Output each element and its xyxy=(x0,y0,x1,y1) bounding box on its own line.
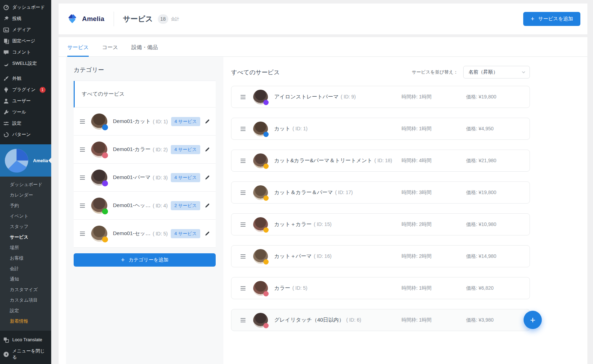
plus-icon: + xyxy=(121,257,125,263)
edit-pencil-icon[interactable] xyxy=(204,147,210,152)
submenu-item-customers[interactable]: お客様 xyxy=(0,253,51,263)
amelia-brand: Amelia xyxy=(66,13,105,25)
tab-resources[interactable]: 設備・備品 xyxy=(132,44,158,56)
service-card[interactable]: アイロンストレートパーマ( ID: 9) 時間枠: 1時間 価格: ¥19,80… xyxy=(231,86,530,108)
submenu-item-customize[interactable]: カスタマイズ xyxy=(0,284,51,295)
drag-handle-icon[interactable] xyxy=(240,126,246,131)
drag-handle-icon[interactable] xyxy=(79,119,86,124)
category-row[interactable]: Demo01-ヘッ… ( ID: 4) 2 サービス xyxy=(74,192,216,220)
category-row[interactable]: Demo01-パーマ ( ID: 3) 4 サービス xyxy=(74,164,216,192)
sidebar-item-appearance[interactable]: 外観 xyxy=(0,73,51,84)
services-page-card: サービス コース 設備・備品 カテゴリー すべてのサービス Demo01-カット… xyxy=(59,37,587,364)
sliders-icon xyxy=(3,121,9,126)
service-card[interactable]: グレイリタッチ（40日以内）( ID: 6) 時間枠: 1時間 価格: ¥3,9… xyxy=(231,309,530,331)
sidebar-item-tools[interactable]: ツール xyxy=(0,107,51,118)
edit-pencil-icon[interactable] xyxy=(204,231,210,236)
drag-handle-icon[interactable] xyxy=(79,175,86,180)
service-card[interactable]: カット( ID: 1) 時間枠: 1時間 価格: ¥4,950 xyxy=(231,118,530,140)
service-card[interactable]: カット&カラー&パーマ＆トリートメント( ID: 18) 時間枠: 4時間 価格… xyxy=(231,150,530,172)
submenu-item-staff[interactable]: スタッフ xyxy=(0,221,51,232)
sidebar-item-comments[interactable]: コメント xyxy=(0,47,51,58)
amelia-submenu: ダッシュボード カレンダー 予約 イベント スタッフ サービス 場所 お客様 会… xyxy=(0,177,51,331)
service-card[interactable]: カット＋カラー( ID: 15) 時間枠: 2時間 価格: ¥10,980 xyxy=(231,213,530,235)
service-name: アイロンストレートパーマ xyxy=(274,94,339,100)
submenu-item-whats-new[interactable]: 新着情報 xyxy=(0,316,51,327)
category-service-count-badge: 2 サービス xyxy=(171,201,200,210)
submenu-item-dashboard[interactable]: ダッシュボード xyxy=(0,179,51,190)
drag-handle-icon[interactable] xyxy=(79,203,86,208)
drag-handle-icon[interactable] xyxy=(240,158,246,163)
pin-icon xyxy=(3,16,9,22)
sidebar-item-label: SWELL設定 xyxy=(12,60,37,67)
category-avatar xyxy=(91,198,107,214)
sort-select[interactable]: 名前（昇順） xyxy=(463,66,530,78)
service-name: カット&カラー&パーマ＆トリートメント xyxy=(274,157,372,164)
submenu-item-events[interactable]: イベント xyxy=(0,211,51,221)
add-service-button[interactable]: + サービスを追加 xyxy=(523,12,580,26)
service-avatar xyxy=(253,313,268,328)
sidebar-item-plugins[interactable]: プラグイン 1 xyxy=(0,84,51,95)
sidebar-item-swell-settings[interactable]: SWELL設定 xyxy=(0,58,51,69)
tab-bar: サービス コース 設備・備品 xyxy=(59,37,587,57)
edit-pencil-icon[interactable] xyxy=(204,119,210,124)
category-service-count-badge: 4 サービス xyxy=(171,173,200,182)
sidebar-item-label: ツール xyxy=(12,109,26,115)
sidebar-item-posts[interactable]: 投稿 xyxy=(0,13,51,24)
tab-services[interactable]: サービス xyxy=(67,44,89,57)
tab-packages[interactable]: コース xyxy=(102,44,118,56)
submenu-item-locations[interactable]: 場所 xyxy=(0,242,51,253)
service-price: 価格: ¥19,800 xyxy=(466,94,521,100)
sidebar-item-label: 投稿 xyxy=(12,15,21,22)
sidebar-item-dashboard[interactable]: ダッシュボード xyxy=(0,2,51,13)
service-name-group: カット＋カラー( ID: 15) xyxy=(274,221,402,228)
sidebar-item-media[interactable]: メディア xyxy=(0,24,51,35)
drag-handle-icon[interactable] xyxy=(240,95,246,99)
service-duration: 時間枠: 2時間 xyxy=(402,253,466,260)
category-row[interactable]: Demo01-カラー ( ID: 2) 4 サービス xyxy=(74,136,216,164)
category-row[interactable]: Demo01-カット ( ID: 1) 4 サービス xyxy=(74,108,216,136)
category-id: ( ID: 2) xyxy=(153,147,168,152)
category-service-count-badge: 4 サービス xyxy=(171,117,201,126)
sidebar-item-loco-translate[interactable]: Loco Translate xyxy=(0,334,51,345)
add-category-button[interactable]: + カテゴリーを追加 xyxy=(74,253,216,267)
drag-handle-icon[interactable] xyxy=(240,286,246,291)
sidebar-item-collapse-menu[interactable]: メニューを閉じる xyxy=(0,345,51,363)
floating-add-service-button[interactable]: + xyxy=(524,311,542,329)
service-color-dot xyxy=(263,100,269,105)
category-row[interactable]: Demo01-セッ… ( ID: 5) 4 サービス xyxy=(74,220,216,248)
service-id: ( ID: 1) xyxy=(292,126,308,131)
sidebar-item-settings[interactable]: 設定 xyxy=(0,118,51,129)
service-name: カット＋パーマ xyxy=(274,253,312,260)
edit-pencil-icon[interactable] xyxy=(204,175,210,180)
sidebar-item-patterns[interactable]: パターン xyxy=(0,129,51,140)
drag-handle-icon[interactable] xyxy=(79,147,86,152)
sidebar-item-users[interactable]: ユーザー xyxy=(0,95,51,107)
edit-pencil-icon[interactable] xyxy=(204,203,210,208)
drag-handle-icon[interactable] xyxy=(240,318,246,323)
submenu-item-settings[interactable]: 設定 xyxy=(0,305,51,316)
sidebar-item-pages[interactable]: 固定ページ xyxy=(0,35,51,47)
drag-handle-icon[interactable] xyxy=(240,222,246,227)
service-color-dot xyxy=(263,132,269,137)
submenu-item-appointments[interactable]: 予約 xyxy=(0,200,51,211)
dashboard-icon xyxy=(3,5,9,11)
submenu-item-custom-fields[interactable]: カスタム項目 xyxy=(0,295,51,305)
submenu-item-finance[interactable]: 会計 xyxy=(0,263,51,274)
main-area: Amelia サービス 18 合計 + サービスを追加 サービス コース 設備・… xyxy=(51,0,593,364)
drag-handle-icon[interactable] xyxy=(240,190,246,195)
sidebar-item-amelia[interactable]: Amelia xyxy=(0,144,51,177)
submenu-item-calendar[interactable]: カレンダー xyxy=(0,190,51,200)
service-card[interactable]: カット＋パーマ( ID: 16) 時間枠: 2時間 価格: ¥14,980 xyxy=(231,245,530,267)
drag-handle-icon[interactable] xyxy=(240,254,246,259)
service-color-dot xyxy=(263,164,269,169)
service-name-group: カット＋パーマ( ID: 16) xyxy=(274,253,402,260)
service-id: ( ID: 6) xyxy=(346,317,361,323)
service-price: 価格: ¥3,980 xyxy=(466,317,521,323)
service-card[interactable]: カット＆カラー＆パーマ( ID: 17) 時間枠: 3時間 価格: ¥19,80… xyxy=(231,181,530,204)
drag-handle-icon[interactable] xyxy=(79,231,86,236)
submenu-item-services[interactable]: サービス xyxy=(0,232,51,242)
service-card[interactable]: カラー( ID: 5) 時間枠: 1時間 価格: ¥6,820 xyxy=(231,277,530,299)
all-services-category[interactable]: すべてのサービス xyxy=(74,81,216,108)
submenu-item-notifications[interactable]: 通知 xyxy=(0,274,51,284)
services-header: すべてのサービス サービスを並び替え： 名前（昇順） xyxy=(231,66,530,78)
